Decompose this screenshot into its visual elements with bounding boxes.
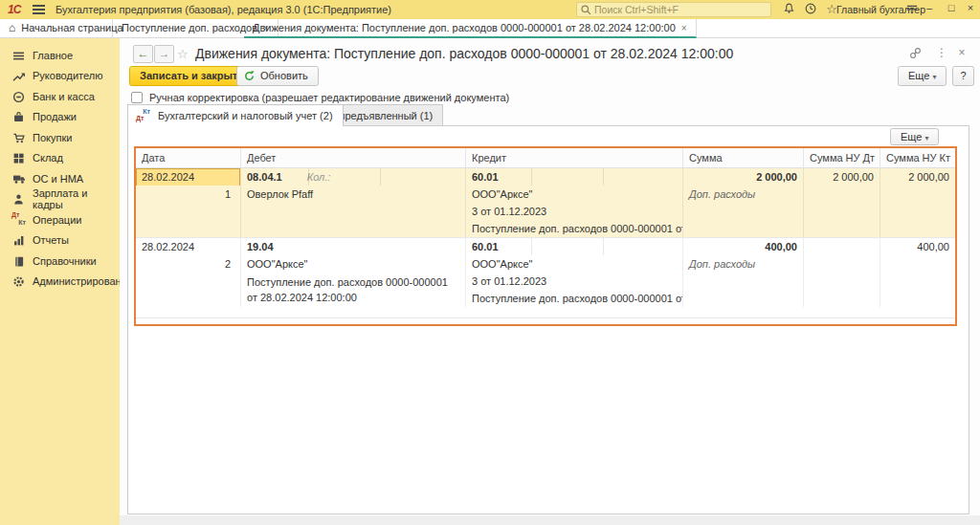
truck-icon xyxy=(11,172,26,185)
cell-debit-subconto[interactable]: Оверлок Pfaff xyxy=(241,186,465,203)
main-menu-icon[interactable] xyxy=(33,5,45,14)
manual-adjustment-label: Ручная корректировка (разрешает редактир… xyxy=(149,92,509,103)
tab-close-icon[interactable]: × xyxy=(681,23,687,33)
service-menu-icon[interactable] xyxy=(903,2,921,17)
page-title: Движения документа: Поступление доп. рас… xyxy=(195,46,733,61)
dt-kt-icon: ДтКт xyxy=(11,212,26,225)
back-button[interactable]: ← xyxy=(133,45,153,63)
history-icon[interactable] xyxy=(802,2,819,17)
col-header-sum: Сумма xyxy=(683,148,804,167)
cell-debit-subconto[interactable]: ООО"Арксе" xyxy=(241,255,465,273)
cell-sum-note: Доп. расходы xyxy=(683,255,803,273)
cell-debit-account[interactable]: 19.04 xyxy=(241,238,465,255)
col-header-credit: Кредит xyxy=(466,148,683,167)
cell-credit-subconto[interactable]: 3 от 01.12.2023 xyxy=(466,273,682,290)
cart-icon xyxy=(11,131,26,144)
app-title: Бухгалтерия предприятия (базовая), редак… xyxy=(56,4,391,15)
1c-logo: 1С xyxy=(8,3,20,16)
cell-credit-subconto[interactable]: Поступление доп. расходов 0000-000001 от… xyxy=(466,220,682,237)
cell-sum[interactable]: 2 000,00 xyxy=(683,168,803,186)
sidebar-item-bank-cash[interactable]: Банк и касса xyxy=(0,86,120,107)
tab-accounting-tax[interactable]: ДтКт Бухгалтерский и налоговый учет (2) xyxy=(127,104,344,126)
cell-date[interactable]: 28.02.2024 xyxy=(136,238,240,255)
quantity-label: Кол.: xyxy=(307,171,331,183)
copy-link-icon[interactable] xyxy=(907,46,923,59)
sidebar-item-manager[interactable]: Руководителю xyxy=(0,66,120,87)
sidebar-item-reports[interactable]: Отчеты xyxy=(0,230,120,252)
boxes-grid-icon xyxy=(11,151,26,164)
col-header-sum-nu-kt: Сумма НУ Кт xyxy=(880,148,955,167)
chevron-down-icon: ▾ xyxy=(924,134,928,142)
row-number: 2 xyxy=(136,255,240,273)
tab-home[interactable]: ⌂Начальная страница xyxy=(0,19,113,38)
search-icon xyxy=(580,4,592,16)
book-icon xyxy=(11,254,26,268)
cell-sum-nu-kt[interactable]: 2 000,00 xyxy=(880,168,955,186)
help-button[interactable]: ? xyxy=(952,66,974,86)
sidebar-item-directories[interactable]: Справочники xyxy=(0,251,120,272)
bar-chart-icon xyxy=(11,233,26,247)
cell-credit-account[interactable]: 60.01 xyxy=(466,168,682,186)
cell-sum[interactable]: 400,00 xyxy=(683,238,803,255)
forward-button[interactable]: → xyxy=(154,45,174,63)
title-bar: 1С Бухгалтерия предприятия (базовая), ре… xyxy=(0,0,980,19)
cell-credit-subconto[interactable]: ООО"Арксе" xyxy=(466,186,682,203)
sidebar-item-warehouse[interactable]: Склад xyxy=(0,148,120,169)
table-header-row: Дата Дебет Кредит Сумма Сумма НУ Дт Сумм… xyxy=(136,148,955,168)
sidebar-item-salary-hr[interactable]: Зарплата и кадры xyxy=(0,189,120,210)
refresh-button[interactable]: Обновить xyxy=(236,66,319,86)
movements-table[interactable]: Дата Дебет Кредит Сумма Сумма НУ Дт Сумм… xyxy=(134,146,957,326)
sidebar-item-operations[interactable]: ДтКт Операции xyxy=(0,209,120,230)
sidebar-item-fixed-assets[interactable]: ОС и НМА xyxy=(0,168,120,189)
cell-sum-nu-dt[interactable]: 2 000,00 xyxy=(804,168,880,186)
application-window: 1С Бухгалтерия предприятия (базовая), ре… xyxy=(0,0,980,525)
person-icon xyxy=(11,192,26,206)
tab-document-movements[interactable]: Движения документа: Поступление доп. рас… xyxy=(244,19,697,38)
more-button[interactable]: Еще▾ xyxy=(898,66,947,86)
sidebar-item-purchases[interactable]: Покупки xyxy=(0,127,120,148)
cell-credit-subconto[interactable]: Поступление доп. расходов 0000-000001 от… xyxy=(466,290,682,307)
cell-date-selected[interactable]: 28.02.2024 xyxy=(136,168,240,186)
chevron-down-icon: ▾ xyxy=(932,73,936,81)
cell-sum-nu-kt[interactable]: 400,00 xyxy=(880,238,955,255)
manual-adjustment-checkbox[interactable] xyxy=(131,92,143,103)
sidebar-item-sales[interactable]: Продажи xyxy=(0,107,120,128)
briefcase-icon xyxy=(11,110,26,123)
manual-adjustment-row: Ручная корректировка (разрешает редактир… xyxy=(131,92,509,103)
restore-button[interactable]: □ xyxy=(944,2,959,13)
favorite-star-icon[interactable]: ☆ xyxy=(177,47,189,61)
home-icon: ⌂ xyxy=(9,21,15,34)
cell-credit-account[interactable]: 60.01 xyxy=(466,238,682,255)
sidebar-item-administration[interactable]: Администрирование xyxy=(0,272,120,293)
minimize-button[interactable]: – xyxy=(922,2,937,13)
close-window-button[interactable]: × xyxy=(963,2,978,13)
cell-debit-account[interactable]: 08.04.1Кол.: xyxy=(241,168,465,186)
cell-sum-nu-dt[interactable] xyxy=(804,238,880,255)
close-form-icon[interactable]: × xyxy=(954,46,969,59)
col-header-sum-nu-dt: Сумма НУ Дт xyxy=(804,148,880,167)
table-row[interactable]: 28.02.2024 2 19.04 ООО"Арксе" Поступлени… xyxy=(136,238,955,318)
global-search-input[interactable]: Поиск Ctrl+Shift+F xyxy=(576,2,771,17)
sidebar-nav: Главное Руководителю Банк и касса Продаж… xyxy=(0,38,120,525)
open-windows-tab-bar: ⌂Начальная страница Поступление доп. рас… xyxy=(0,19,980,38)
search-placeholder: Поиск Ctrl+Shift+F xyxy=(594,4,679,15)
table-row[interactable]: 28.02.2024 1 08.04.1Кол.: Оверлок Pfaff … xyxy=(136,168,955,238)
notifications-bell-icon[interactable] xyxy=(780,2,797,17)
gear-icon xyxy=(11,274,26,288)
trend-chart-icon xyxy=(11,70,26,82)
table-more-button[interactable]: Еще▾ xyxy=(890,128,939,145)
col-header-debit: Дебет xyxy=(241,148,466,167)
row-number: 1 xyxy=(136,186,240,203)
sidebar-item-main[interactable]: Главное xyxy=(0,45,120,66)
cell-sum-note: Доп. расходы xyxy=(683,186,803,203)
cell-credit-subconto[interactable]: 3 от 01.12.2023 xyxy=(466,203,682,220)
coin-icon xyxy=(11,90,26,103)
more-dots-icon[interactable]: ⋮ xyxy=(934,46,949,59)
cell-debit-subconto[interactable]: Поступление доп. расходов 0000-000001 от… xyxy=(241,273,465,305)
bottom-strip xyxy=(120,515,980,525)
col-header-date: Дата xyxy=(136,148,241,167)
cell-credit-subconto[interactable]: ООО"Арксе" xyxy=(466,255,682,273)
dt-kt-icon: ДтКт xyxy=(136,109,150,121)
table-bottom-padding xyxy=(136,318,955,324)
menu-lines-icon xyxy=(11,49,26,61)
